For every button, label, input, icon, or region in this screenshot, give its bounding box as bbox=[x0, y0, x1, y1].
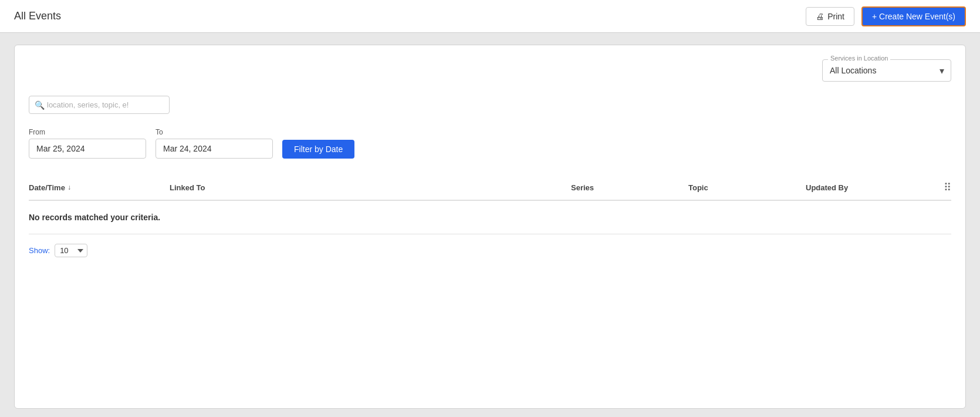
to-label: To bbox=[156, 128, 273, 136]
table-header: Date/Time ↓ Linked To Series Topic Updat… bbox=[29, 175, 951, 201]
col-series-header: Series bbox=[571, 183, 688, 192]
content-card: Services in Location All Locations Locat… bbox=[14, 45, 966, 409]
search-input[interactable] bbox=[29, 96, 170, 114]
from-date-field: From bbox=[29, 128, 146, 159]
show-per-page-select[interactable]: 10 25 50 100 bbox=[55, 244, 87, 257]
search-icon: 🔍 bbox=[35, 100, 45, 110]
location-select[interactable]: All Locations Location 1 Location 2 bbox=[822, 59, 951, 82]
create-event-button[interactable]: + Create New Event(s) bbox=[861, 6, 966, 26]
date-filter-row: From To Filter by Date bbox=[29, 128, 951, 159]
page-title: All Events bbox=[14, 10, 61, 22]
from-label: From bbox=[29, 128, 146, 136]
header-actions: 🖨 Print + Create New Event(s) bbox=[806, 6, 966, 26]
filter-date-button[interactable]: Filter by Date bbox=[282, 140, 354, 159]
to-date-input[interactable] bbox=[156, 139, 273, 159]
col-updated-header: Updated By bbox=[806, 183, 923, 192]
col-linked-header: Linked To bbox=[170, 183, 571, 192]
col-datetime-header: Date/Time ↓ bbox=[29, 183, 170, 192]
search-input-wrapper: 🔍 bbox=[29, 96, 170, 114]
show-row: Show: 10 25 50 100 bbox=[29, 234, 951, 267]
print-button[interactable]: 🖨 Print bbox=[806, 7, 854, 26]
to-date-field: To bbox=[156, 128, 273, 159]
top-header: All Events 🖨 Print + Create New Event(s) bbox=[0, 0, 980, 33]
location-filter-label: Services in Location bbox=[828, 55, 890, 62]
col-actions-header: ⠿ bbox=[923, 181, 951, 194]
show-label: Show: bbox=[29, 246, 50, 255]
location-filter: Services in Location All Locations Locat… bbox=[822, 59, 951, 82]
no-records-message: No records matched your criteria. bbox=[29, 201, 951, 234]
print-icon: 🖨 bbox=[816, 12, 824, 21]
location-filter-wrapper: Services in Location All Locations Locat… bbox=[29, 59, 951, 82]
search-container: 🔍 bbox=[29, 96, 951, 114]
from-date-input[interactable] bbox=[29, 139, 146, 159]
grid-icon[interactable]: ⠿ bbox=[944, 181, 951, 193]
main-content: Services in Location All Locations Locat… bbox=[0, 33, 980, 417]
table-container: Date/Time ↓ Linked To Series Topic Updat… bbox=[29, 175, 951, 267]
sort-down-icon: ↓ bbox=[67, 183, 71, 191]
col-topic-header: Topic bbox=[688, 183, 806, 192]
